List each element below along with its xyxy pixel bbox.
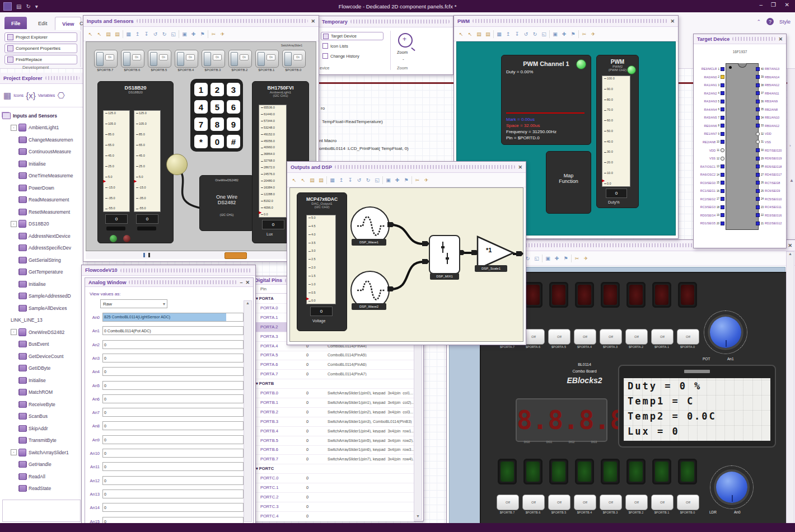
analog-row-field[interactable]: 0 (102, 489, 244, 498)
outputs-dsp-titlebar[interactable]: Outputs and DSP ✕ (287, 162, 526, 173)
close-icon[interactable]: ✕ (788, 243, 792, 248)
pin-pad[interactable] (721, 222, 724, 225)
toolbar-icon[interactable]: ◱ (170, 30, 177, 37)
pin-pad[interactable] (721, 124, 724, 128)
board-switch-$PORTB.1[interactable]: Off (651, 495, 674, 510)
keypad-key-8[interactable]: 8 (211, 117, 224, 131)
tree-item-getidbyte[interactable]: GetIDByte (0, 362, 83, 374)
inputs-sensors-titlebar[interactable]: Inputs and Sensors ✕ (83, 16, 319, 27)
toggle-switch-$PORTB.1[interactable]: On (255, 50, 279, 68)
pot-knob[interactable] (710, 317, 741, 348)
keypad-key-6[interactable]: 6 (227, 100, 240, 114)
digital-row-PORTB.7[interactable]: PORTB.70SwitchArraySlider1(pin7), keypad… (252, 454, 414, 464)
macros-icon[interactable]: ⎔ (57, 91, 64, 101)
tree-item-getserialstring[interactable]: GetSerialString (0, 254, 83, 266)
pin-pad[interactable] (721, 197, 724, 201)
pin-pad[interactable] (756, 157, 760, 161)
digital-row-PORTC.0[interactable]: PORTC.00 (252, 473, 414, 483)
toolbar-icon[interactable]: ▤ (475, 30, 483, 37)
toolbar-icon[interactable]: ✈ (423, 176, 430, 183)
pin-pad[interactable] (721, 116, 724, 120)
analog-window-titlebar[interactable]: Analog Window – ✕ (85, 278, 253, 287)
keypad-key-#[interactable]: # (227, 135, 240, 148)
toolbar-icon[interactable]: ↖ (466, 30, 474, 37)
tree-item-onewireds2482[interactable]: -OneWireDS2482 (0, 326, 83, 338)
toolbar-icon[interactable]: ✈ (582, 255, 590, 262)
analog-row-field[interactable]: 0 (102, 394, 244, 403)
minimize-icon[interactable]: – (240, 280, 242, 285)
toolbar-icon[interactable]: ↖ (300, 176, 307, 183)
pin-pad[interactable] (721, 148, 724, 152)
switch-slider[interactable] (150, 52, 157, 66)
analog-row-field[interactable]: 0 (102, 503, 244, 512)
toggle-switch-$PORTB.6[interactable]: On (121, 50, 144, 68)
toolbar-icon[interactable]: ▤ (105, 30, 112, 37)
analog-row-field[interactable]: 0 (102, 354, 244, 362)
board-switch-$PORTA.3[interactable]: Off (600, 329, 622, 345)
pin-pad[interactable] (756, 116, 760, 120)
ldr-knob[interactable] (716, 472, 747, 503)
board-switch-$PORTB.7[interactable]: Off (497, 495, 519, 510)
pin-pad[interactable] (756, 107, 760, 111)
pin-pad[interactable] (756, 164, 760, 168)
toolbar-icon[interactable]: ↥ (504, 30, 512, 37)
board-switch-$PORTB.3[interactable]: Off (600, 495, 622, 510)
pin-pad[interactable] (756, 124, 760, 128)
tree-item-receivebyte[interactable]: ReceiveByte (0, 398, 83, 410)
toggle-switch-$PORTB.5[interactable]: On (148, 50, 171, 68)
digital-row-PORTB.4[interactable]: PORTB.40SwitchArraySlider1(pin4), keypad… (252, 426, 414, 436)
toolbar-icon[interactable]: ↺ (522, 30, 530, 37)
tree-item-ambientlight1[interactable]: -AmbientLight1 (0, 122, 83, 134)
close-icon[interactable]: ✕ (670, 18, 675, 24)
keypad-key-7[interactable]: 7 (194, 117, 208, 131)
tree-item-powerdown[interactable]: PowerDown (0, 182, 83, 194)
board-switch-$PORTB.5[interactable]: Off (548, 495, 570, 510)
tree-item-gettemperature[interactable]: GetTemperature (0, 266, 83, 278)
analog-row-field[interactable]: 0 (102, 340, 244, 349)
digital-row-PORTB[interactable]: ▾ PORTB (252, 379, 414, 389)
digital-row-PORTC.4[interactable]: PORTC.40 (252, 511, 414, 521)
analog-scrollbar[interactable]: ▲ (244, 300, 252, 522)
toolbar-icon[interactable]: ↖ (291, 176, 298, 183)
toolbar-icon[interactable]: ↥ (338, 176, 345, 183)
pin-pad[interactable] (721, 100, 724, 103)
toolbar-icon[interactable]: ⚑ (569, 30, 577, 37)
tree-item-resetmeasurement[interactable]: ResetMeasurement (0, 206, 83, 218)
toolbar-icon[interactable]: ↧ (513, 30, 521, 37)
pin-pad[interactable] (756, 100, 760, 103)
keypad-key-0[interactable]: 0 (211, 135, 224, 148)
toolbar-icon[interactable]: ↥ (134, 30, 141, 37)
toolbar-icon[interactable]: ▤ (317, 176, 325, 183)
style-menu[interactable]: Style (779, 19, 791, 25)
tree-item-busevent[interactable]: BusEvent (0, 338, 83, 350)
scroll-up-icon[interactable]: ▲ (789, 178, 794, 183)
tree-item-link_line_13[interactable]: LINK_LINE_13 (0, 314, 83, 326)
toolbar-icon[interactable]: ↺ (152, 30, 159, 37)
analog-row-field[interactable]: 0 (102, 367, 244, 376)
tree-item-scanbus[interactable]: ScanBus (0, 411, 83, 422)
zoom-value[interactable]: - (403, 57, 404, 62)
digital-row-PORTC[interactable]: ▾ PORTC (252, 464, 414, 474)
switch-slider[interactable] (123, 52, 130, 66)
pin-pad[interactable] (756, 148, 760, 152)
temporary-window-titlebar[interactable]: Temporary (319, 16, 453, 27)
tree-item-readall[interactable]: ReadAll (0, 470, 83, 482)
tree-item-transmitbyte[interactable]: TransmitByte (0, 435, 83, 446)
zoom-icon[interactable]: + (398, 33, 413, 48)
expander-icon[interactable]: - (11, 221, 17, 227)
tree-item-getdevicecount[interactable]: GetDeviceCount (0, 350, 83, 362)
variables-icon[interactable]: {x} (26, 91, 36, 100)
flowcodev10-titlebar[interactable]: FlowcodeV10 (82, 265, 255, 276)
pin-pad[interactable] (721, 189, 724, 193)
toggle-switch-$PORTB.2[interactable]: On (228, 50, 252, 68)
tab-edit[interactable]: Edit (31, 17, 54, 29)
digital-row-PORTA.6[interactable]: PORTA.60ComboBL0114(PinA6) (252, 360, 414, 370)
pin-pad[interactable] (721, 83, 724, 87)
close-icon[interactable]: ✕ (311, 18, 315, 24)
board-switch-$PORTA.0[interactable]: Off (677, 329, 699, 345)
pin-pad[interactable] (756, 67, 760, 71)
tree-item-gethandle[interactable]: GetHandle (0, 459, 83, 470)
view-values-dropdown[interactable]: Raw ▾ (100, 299, 167, 308)
pin-pad[interactable] (756, 173, 760, 177)
expander-icon[interactable]: - (11, 125, 17, 131)
